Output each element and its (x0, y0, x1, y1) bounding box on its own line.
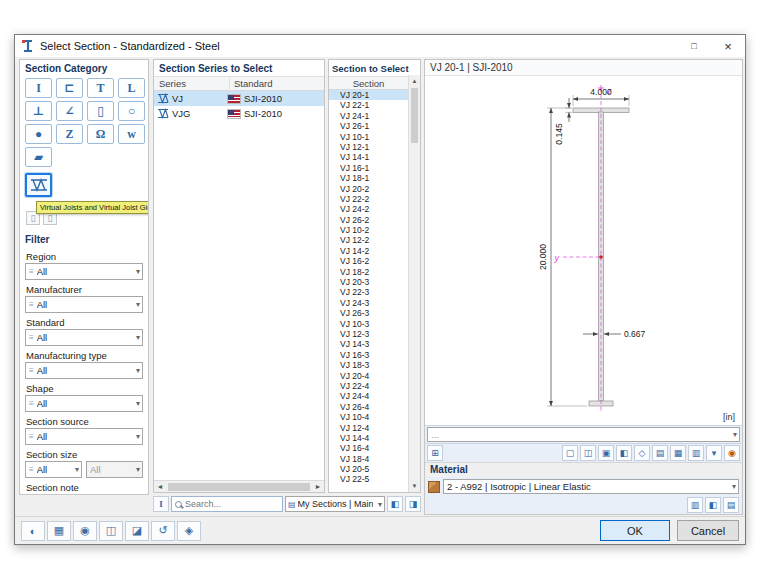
channel-section-category[interactable]: ⊏ (56, 78, 83, 98)
scroll-left-icon[interactable]: ◄ (154, 483, 166, 490)
section-list-item[interactable]: VJ 22-4 (329, 381, 408, 391)
series-row[interactable]: VJG SJI-2010 (154, 106, 324, 121)
series-column-header[interactable]: Series (154, 78, 230, 89)
double-angle-category[interactable]: ∠ (56, 101, 83, 121)
section-list-item[interactable]: VJ 12-1 (329, 142, 408, 152)
section-list-item[interactable]: VJ 18-2 (329, 267, 408, 277)
stress-points-toggle-icon[interactable]: ▣ (598, 445, 614, 461)
region-combo[interactable]: ≡ All ▾ (25, 263, 143, 280)
section-list-item[interactable]: VJ 18-1 (329, 173, 408, 183)
section-list-item[interactable]: VJ 22-1 (329, 100, 408, 110)
section-list-item[interactable]: VJ 18-4 (329, 454, 408, 464)
section-list-item[interactable]: VJ 20-5 (329, 464, 408, 474)
section-size-combo[interactable]: ≡ All ▾ (25, 461, 82, 478)
angle-section-category[interactable]: L (118, 78, 145, 98)
new-favorites-group-button[interactable]: ◧ (387, 496, 403, 512)
selection-mode-icon[interactable]: ▢ (562, 445, 578, 461)
round-bar-category[interactable]: ● (25, 124, 52, 144)
section-list-item[interactable]: VJ 12-4 (329, 423, 408, 433)
section-list-item[interactable]: VJ 26-2 (329, 215, 408, 225)
scrollbar-thumb[interactable] (411, 88, 418, 143)
standard-combo[interactable]: ≡ All ▾ (25, 329, 143, 346)
t-section-category[interactable]: T (87, 78, 114, 98)
manufacturing-type-combo[interactable]: ≡ All ▾ (25, 362, 143, 379)
pipe-section-category[interactable]: ○ (118, 101, 145, 121)
section-list-item[interactable]: VJ 24-4 (329, 391, 408, 401)
section-drawing[interactable]: z y 4.000 0.145 20.000 (425, 76, 742, 425)
ok-button[interactable]: OK (600, 520, 670, 541)
material-library-button[interactable]: ▥ (687, 497, 703, 513)
inverted-t-category[interactable]: ⊥ (25, 101, 52, 121)
series-horizontal-scrollbar[interactable]: ◄ ► (154, 480, 324, 492)
section-list-item[interactable]: VJ 10-2 (329, 225, 408, 235)
copy-section-button[interactable]: ◪ (125, 521, 149, 541)
section-list-item[interactable]: VJ 10-3 (329, 319, 408, 329)
z-section-category[interactable]: Z (56, 124, 83, 144)
scroll-down-icon[interactable]: ▼ (409, 480, 420, 492)
standard-column-header[interactable]: Standard (230, 78, 324, 89)
print-icon[interactable]: ▥ (688, 445, 704, 461)
rendering-icon[interactable]: ◉ (724, 445, 740, 461)
shape-combo[interactable]: ≡ All ▾ (25, 395, 143, 412)
scroll-up-icon[interactable]: ▲ (409, 75, 420, 87)
manage-libraries-button[interactable]: ◨ (405, 496, 421, 512)
maximize-button[interactable]: □ (677, 35, 711, 57)
section-list-item[interactable]: VJ 22-5 (329, 474, 408, 484)
section-list-item[interactable]: VJ 16-1 (329, 163, 408, 173)
section-list-item[interactable]: VJ 24-3 (329, 298, 408, 308)
section-list-item[interactable]: VJ 16-4 (329, 443, 408, 453)
close-button[interactable]: × (711, 35, 745, 57)
manufacturer-combo[interactable]: ≡ All ▾ (25, 296, 143, 313)
section-list-item[interactable]: VJ 20-1 (329, 90, 408, 100)
section-list-item[interactable]: VJ 18-3 (329, 360, 408, 370)
section-list-item[interactable]: VJ 20-4 (329, 371, 408, 381)
section-list-item[interactable]: VJ 10-4 (329, 412, 408, 422)
virtual-joist-category-button[interactable] (25, 173, 52, 197)
display-options-icon[interactable]: ▾ (706, 445, 722, 461)
save-section-button[interactable]: ◫ (99, 521, 123, 541)
axes-toggle-icon[interactable]: ◇ (634, 445, 650, 461)
box-section-category[interactable]: ▯ (87, 101, 114, 121)
section-list-item[interactable]: VJ 20-2 (329, 184, 408, 194)
screenshot-button[interactable]: ◉ (73, 521, 97, 541)
section-table-button[interactable]: ▦ (47, 521, 71, 541)
section-list-item[interactable]: VJ 10-1 (329, 132, 408, 142)
i-section-category[interactable]: I (25, 78, 52, 98)
section-list-item[interactable]: VJ 14-2 (329, 246, 408, 256)
note-combo[interactable]: ... ▾ (427, 427, 740, 442)
section-list-item[interactable]: VJ 14-1 (329, 152, 408, 162)
dimensions-toggle-icon[interactable]: ◫ (580, 445, 596, 461)
section-vertical-scrollbar[interactable]: ▲ ▼ (408, 75, 420, 492)
edit-material-button[interactable]: ▤ (723, 497, 739, 513)
section-list-item[interactable]: VJ 24-1 (329, 111, 408, 121)
search-input[interactable] (185, 499, 279, 509)
section-list-item[interactable]: VJ 20-3 (329, 277, 408, 287)
display-settings-button[interactable]: ◐ (21, 521, 45, 541)
titlebar[interactable]: Select Section - Standardized - Steel □ … (15, 35, 745, 57)
parts-toggle-icon[interactable]: ◧ (616, 445, 632, 461)
units-settings-button[interactable]: ◈ (177, 521, 201, 541)
stress-points-button[interactable]: ⊞ (427, 445, 443, 461)
scrollbar-thumb[interactable] (168, 483, 310, 491)
scroll-right-icon[interactable]: ► (312, 483, 324, 490)
section-column-header[interactable]: Section (329, 76, 408, 90)
section-list-item[interactable]: VJ 22-2 (329, 194, 408, 204)
section-list-item[interactable]: VJ 14-4 (329, 433, 408, 443)
section-properties-button[interactable]: I (153, 496, 169, 512)
section-list-item[interactable]: VJ 14-3 (329, 339, 408, 349)
cancel-button[interactable]: Cancel (677, 520, 739, 541)
section-list-item[interactable]: VJ 26-1 (329, 121, 408, 131)
section-list-item[interactable]: VJ 26-3 (329, 308, 408, 318)
new-material-button[interactable]: ◧ (705, 497, 721, 513)
library-combo[interactable]: ▤ My Sections | Main ▾ (285, 496, 385, 512)
section-list-item[interactable]: VJ 24-2 (329, 204, 408, 214)
section-list-item[interactable]: VJ 26-4 (329, 402, 408, 412)
grid-toggle-icon[interactable]: ▦ (670, 445, 686, 461)
values-toggle-icon[interactable]: ▤ (652, 445, 668, 461)
hat-section-category[interactable]: Ω (87, 124, 114, 144)
series-row[interactable]: VJ SJI-2010 (154, 91, 324, 106)
section-list-item[interactable]: VJ 12-3 (329, 329, 408, 339)
material-combo[interactable]: 2 - A992 | Isotropic | Linear Elastic ▾ (443, 479, 739, 494)
built-up-section-category[interactable]: ▰ (25, 147, 52, 167)
section-list-item[interactable]: VJ 12-2 (329, 235, 408, 245)
